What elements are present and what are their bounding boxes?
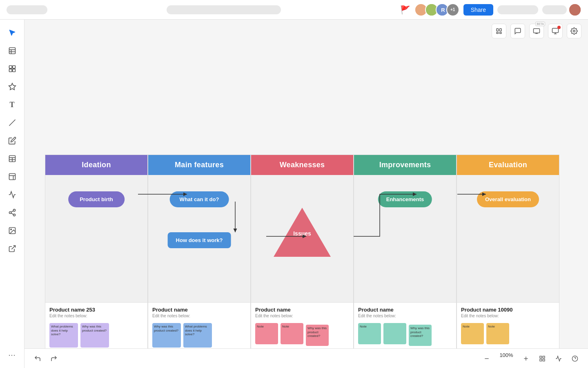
svg-rect-16 <box>12 66 15 69</box>
svg-line-30 <box>11 211 13 212</box>
sidebar-item-sticky[interactable] <box>4 168 20 185</box>
card-main-sub: Edit the notes below: <box>152 314 246 318</box>
sidebar-item-draw[interactable] <box>4 132 20 149</box>
topbar-center <box>47 5 400 14</box>
topbar-btn2[interactable] <box>542 5 567 14</box>
col-weaknesses-header: Weaknesses <box>251 155 353 175</box>
list-item[interactable]: Note <box>486 323 509 344</box>
svg-rect-15 <box>9 66 12 69</box>
enhancements-label: Enhancements <box>378 191 432 207</box>
overall-label: Overall evaluation <box>477 191 539 207</box>
card-improve-sub: Edit the notes below: <box>358 314 452 318</box>
col-improvements: Improvements Enhancements Product name E… <box>354 155 457 368</box>
avatar-group: R +1 <box>414 3 459 16</box>
col-main-header: Main features <box>148 155 250 175</box>
sidebar-item-more[interactable]: ··· <box>4 347 20 363</box>
sidebar-item-embed[interactable] <box>4 240 20 257</box>
card-ideation-title: Product name 253 <box>49 307 143 313</box>
pages-icon-btn[interactable] <box>492 24 506 38</box>
sidebar-item-select[interactable] <box>4 25 20 41</box>
sidebar-item-chart[interactable] <box>4 186 20 203</box>
list-item[interactable]: Note <box>255 323 278 344</box>
list-item[interactable]: Why was this product created? <box>306 325 329 346</box>
card-eval-sub: Edit the notes below: <box>461 314 555 318</box>
svg-rect-9 <box>552 28 559 33</box>
redo-button[interactable] <box>47 352 60 365</box>
what-can-label: What can it do? <box>170 191 229 207</box>
sidebar-item-table[interactable] <box>4 150 20 167</box>
issues-label: Issues <box>293 230 311 237</box>
issues-node[interactable]: Issues <box>274 208 331 257</box>
list-item[interactable]: Note <box>358 323 381 344</box>
list-item[interactable] <box>383 323 406 344</box>
left-sidebar: T ··· <box>0 20 24 368</box>
list-item[interactable]: Why was this product created? <box>409 325 432 346</box>
card-eval-stickies: Note Note <box>461 321 555 344</box>
list-item[interactable]: What problems does it help solve? <box>49 323 78 348</box>
zoom-controls: 100% <box>480 352 581 365</box>
sidebar-item-image[interactable] <box>4 222 20 239</box>
settings-icon-btn[interactable] <box>567 24 581 38</box>
svg-point-3 <box>569 3 581 16</box>
topbar-input[interactable] <box>497 5 538 14</box>
sidebar-item-favorites[interactable] <box>4 79 20 95</box>
enhancements-node[interactable]: Enhancements <box>378 191 432 207</box>
overall-node[interactable]: Overall evaluation <box>477 191 539 207</box>
svg-rect-17 <box>9 69 12 72</box>
svg-line-33 <box>11 246 15 249</box>
list-item[interactable]: Why was this product created? <box>152 323 181 348</box>
zoom-level: 100% <box>497 352 516 365</box>
col-evaluation-header: Evaluation <box>457 155 559 175</box>
sidebar-item-text[interactable]: T <box>4 96 20 113</box>
help-button[interactable] <box>568 352 581 365</box>
col-ideation: Ideation Product birth Product name 253 … <box>45 155 148 368</box>
undo-button[interactable] <box>31 352 44 365</box>
comment-icon-btn[interactable] <box>510 24 525 38</box>
zoom-out-button[interactable] <box>480 352 493 365</box>
svg-rect-42 <box>543 356 545 358</box>
product-birth-node[interactable]: Product birth <box>68 191 125 207</box>
sidebar-item-components[interactable] <box>4 61 20 77</box>
what-can-node[interactable]: What can it do? <box>170 191 229 207</box>
card-weak-title: Product name <box>255 307 349 313</box>
svg-text:R: R <box>441 7 445 13</box>
svg-rect-41 <box>540 356 542 358</box>
svg-rect-7 <box>500 32 502 34</box>
search-bar[interactable] <box>167 5 281 14</box>
svg-rect-44 <box>543 359 545 361</box>
share-button[interactable]: Share <box>463 4 493 16</box>
zoom-in-button[interactable] <box>519 352 532 365</box>
svg-rect-43 <box>540 359 542 361</box>
activity-button[interactable] <box>552 352 565 365</box>
card-ideation-sub: Edit the notes below: <box>49 314 143 318</box>
card-eval-title: Product name 10090 <box>461 307 555 313</box>
canvas: Ideation Product birth Product name 253 … <box>24 20 588 368</box>
sidebar-item-line[interactable] <box>4 114 20 131</box>
screen-icon-btn[interactable] <box>548 24 563 38</box>
card-ideation-stickies: What problems does it help solve? Why wa… <box>49 321 143 348</box>
svg-marker-19 <box>9 83 16 90</box>
user-avatar[interactable] <box>568 3 581 16</box>
toolbar-right: BETA <box>492 24 581 38</box>
svg-rect-4 <box>497 29 499 31</box>
red-dot <box>557 26 561 29</box>
svg-rect-8 <box>534 29 540 33</box>
flag-icon: 🚩 <box>400 5 410 15</box>
sidebar-item-notes[interactable] <box>4 43 20 59</box>
fit-view-button[interactable] <box>536 352 549 365</box>
present-icon-btn[interactable]: BETA <box>529 24 544 38</box>
how-does-label: How does it work? <box>168 232 231 248</box>
svg-rect-6 <box>497 32 499 34</box>
svg-rect-5 <box>500 29 502 31</box>
svg-line-20 <box>9 120 15 126</box>
breadcrumb[interactable] <box>7 5 47 14</box>
how-does-node[interactable]: How does it work? <box>168 232 231 248</box>
svg-point-32 <box>10 229 11 230</box>
list-item[interactable]: Note <box>281 323 303 344</box>
list-item[interactable]: Why was this product created? <box>80 323 109 348</box>
col-weaknesses: Weaknesses Issues Product name Edit the … <box>251 155 354 368</box>
list-item[interactable]: Note <box>461 323 484 344</box>
list-item[interactable]: What problems does it help solve? <box>183 323 212 348</box>
sidebar-item-workflow[interactable] <box>4 204 20 221</box>
svg-rect-18 <box>12 69 15 72</box>
